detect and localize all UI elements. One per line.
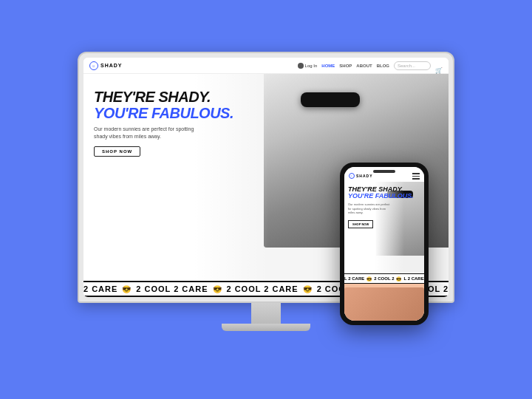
nav-logo[interactable]: ☺ SHADY — [89, 61, 123, 70]
cart-icon[interactable] — [435, 62, 443, 69]
logo-text: SHADY — [100, 63, 123, 68]
nav-shop[interactable]: SHOP — [339, 64, 352, 68]
hamburger-line — [412, 173, 420, 174]
person-icon — [298, 63, 304, 69]
phone-cta-button[interactable]: SHOP NOW — [348, 220, 373, 228]
hero-content: THEY'RE SHADY. YOU'RE FABULOUS. Our mode… — [94, 89, 233, 157]
phone-navbar: ☺ SHADY — [344, 167, 424, 182]
nav-search[interactable]: Search... — [394, 61, 431, 70]
ticker-text: 2 CARE — [83, 284, 117, 293]
hero-subtitle: Our modern sunnies are perfect for spott… — [94, 126, 197, 140]
phone-ticker-text: L 2 CARE — [403, 276, 423, 281]
login-label: Log In — [305, 64, 318, 68]
ticker-text: 2 COOL 2 CARE — [227, 284, 299, 293]
nav-about[interactable]: ABOUT — [356, 64, 372, 68]
phone-hero-content: THEY'RE SHADY. YOU'RE FABULOUS. Our mode… — [348, 186, 414, 229]
phone-ticker-text: L 2 CARE — [344, 276, 364, 281]
phone-logo-text: SHADY — [356, 174, 373, 178]
phone-ticker-emoji: 😎 — [396, 276, 401, 282]
phone-device: ☺ SHADY THEY'RE SHADY. YOU'RE F — [340, 163, 429, 325]
nav-home[interactable]: HOME — [321, 64, 335, 68]
phone-hero-title2: YOU'RE FABULOUS. — [348, 193, 414, 200]
monitor: ☺ SHADY Log In HOME SHOP ABOUT BLOG — [74, 52, 458, 347]
logo-icon: ☺ — [89, 61, 98, 70]
hero-title-line1: THEY'RE SHADY. — [94, 89, 233, 105]
ticker-emoji: 😎 — [122, 285, 132, 293]
monitor-stand — [222, 324, 310, 331]
ticker-emoji: 😎 — [303, 285, 313, 293]
monitor-neck — [251, 303, 281, 324]
nav-login[interactable]: Log In — [298, 63, 318, 69]
phone-bottom-image — [344, 284, 424, 321]
search-placeholder: Search... — [398, 64, 415, 68]
phone-ticker-emoji: 😎 — [366, 276, 372, 282]
phone-screen: ☺ SHADY THEY'RE SHADY. YOU'RE F — [344, 167, 424, 321]
phone-logo[interactable]: ☺ SHADY — [349, 173, 373, 179]
ticker-text: 2 COOL 2 CARE — [136, 284, 208, 293]
phone-ticker-text: 2 COOL 2 — [374, 276, 394, 281]
ticker-emoji: 😎 — [213, 285, 222, 293]
navbar: ☺ SHADY Log In HOME SHOP ABOUT BLOG — [83, 58, 449, 74]
phone-ticker: L 2 CARE 😎 2 COOL 2 😎 L 2 CARE 😎 2 COOL … — [344, 273, 424, 284]
hamburger-icon[interactable] — [412, 173, 420, 180]
ticker-item: 2 CARE 😎 2 COOL 2 CARE 😎 2 COOL 2 CARE 😎… — [83, 284, 353, 293]
phone-ticker-inner: L 2 CARE 😎 2 COOL 2 😎 L 2 CARE 😎 2 COOL … — [344, 276, 424, 282]
phone-logo-icon: ☺ — [349, 173, 355, 179]
nav-blog[interactable]: BLOG — [377, 64, 389, 68]
hero-cta-button[interactable]: SHOP NOW — [94, 146, 140, 157]
hamburger-line — [412, 176, 420, 177]
phone-bezel: ☺ SHADY THEY'RE SHADY. YOU'RE F — [340, 163, 429, 325]
hero-title-line2: YOU'RE FABULOUS. — [94, 105, 233, 121]
phone-hero-section: THEY'RE SHADY. YOU'RE FABULOUS. Our mode… — [344, 182, 424, 274]
hamburger-line — [412, 178, 420, 180]
phone-ticker-item: L 2 CARE 😎 2 COOL 2 😎 L 2 CARE 😎 2 COOL … — [344, 276, 424, 282]
nav-links: HOME SHOP ABOUT BLOG — [321, 64, 389, 68]
phone-hero-sub: Our modern sunnies are perfect for spott… — [348, 202, 392, 215]
